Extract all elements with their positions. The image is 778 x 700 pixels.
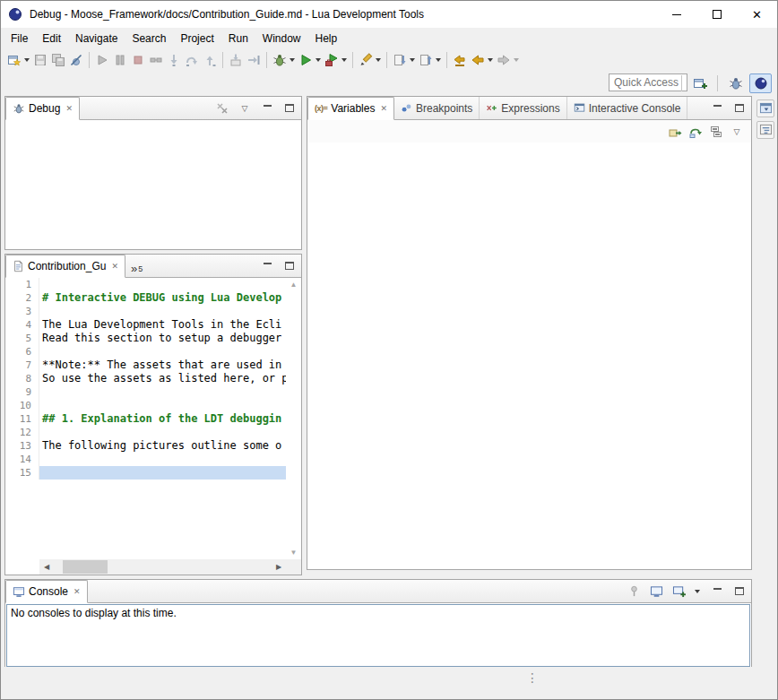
remove-all-terminated-button[interactable] [215,101,229,115]
editor-tab-overflow-button[interactable]: » 5 [125,264,148,277]
editor-line-11[interactable]: 11## 1. Explanation of the LDT debuggin [5,412,286,426]
tab-variables[interactable]: (x)= Variables ✕ [307,97,394,120]
variables-body[interactable] [307,143,751,569]
editor-line-7[interactable]: 7**Note:** The assets that are used in [5,359,286,372]
step-over-button[interactable] [183,50,201,70]
terminate-button[interactable] [129,50,147,70]
close-window-button[interactable]: ✕ [737,1,777,28]
maximize-view-button[interactable] [282,259,297,272]
open-console-button[interactable] [671,584,686,598]
step-into-button[interactable] [165,50,183,70]
console-content[interactable]: No consoles to display at this time. [6,604,750,667]
editor-line-6[interactable]: 6 [5,345,286,359]
previous-annotation-button[interactable] [417,50,435,70]
run-button[interactable] [297,50,315,70]
disconnect-button[interactable] [147,50,165,70]
highlighter-button[interactable] [357,50,375,70]
scroll-right-icon[interactable]: ▶ [272,563,286,571]
menu-help[interactable]: Help [308,30,345,48]
editor-line-15[interactable]: 15 [5,466,286,480]
tab-console[interactable]: Console ✕ [5,580,88,603]
menu-edit[interactable]: Edit [35,30,68,48]
skip-all-breakpoints-button[interactable] [67,50,85,70]
pin-console-button[interactable] [627,584,641,598]
maximize-window-button[interactable] [696,1,737,28]
minimize-view-button[interactable] [710,101,724,115]
step-return-button[interactable] [201,50,219,70]
minimize-view-button[interactable] [260,259,274,272]
new-dropdown[interactable] [24,58,30,62]
debug-button[interactable] [271,50,289,70]
scrollbar-thumb[interactable] [63,560,108,574]
next-annotation-button[interactable] [391,50,409,70]
forward-button[interactable] [495,50,513,70]
lua-perspective-button[interactable] [749,73,772,93]
open-perspective-button[interactable] [688,73,711,93]
run-dropdown[interactable] [316,58,321,62]
highlighter-dropdown[interactable] [376,58,381,62]
close-tab-icon[interactable]: ✕ [380,104,387,113]
menu-project[interactable]: Project [173,30,220,48]
show-type-names-button[interactable] [668,125,682,138]
editor-line-8[interactable]: 8So use the assets as listed here, or p [5,372,286,385]
menu-search[interactable]: Search [125,30,173,48]
editor-text-area[interactable]: 12# Interactive DEBUG using Lua Develop3… [5,278,286,559]
scrollbar-track[interactable] [54,559,272,575]
editor-line-12[interactable]: 12 [5,426,286,439]
tab-debug[interactable]: Debug ✕ [5,97,80,120]
tab-contribution-guide[interactable]: Contribution_Gu ✕ [5,255,125,278]
save-button[interactable] [31,50,49,70]
minimize-view-button[interactable] [710,584,724,598]
previous-annotation-dropdown[interactable] [436,58,441,62]
minimize-window-button[interactable] [656,1,696,28]
editor-line-4[interactable]: 4The Lua Development Tools in the Ecli [5,318,286,332]
menu-file[interactable]: File [4,30,35,48]
scroll-left-icon[interactable]: ◀ [39,563,54,571]
editor-line-3[interactable]: 3 [5,305,286,318]
editor-line-14[interactable]: 14 [5,453,286,466]
use-step-filters-button[interactable] [245,50,263,70]
resume-button[interactable] [93,50,111,70]
debug-view-body[interactable] [5,120,301,249]
new-button[interactable] [5,50,23,70]
quick-access-input[interactable] [609,73,687,91]
trim-stack-view-button-2[interactable] [756,121,774,139]
last-edit-location-button[interactable] [451,50,469,70]
tab-expressions[interactable]: Expressions [480,97,566,119]
editor-line-13[interactable]: 13The following pictures outline some o [5,439,286,453]
maximize-view-button[interactable] [732,584,747,598]
debug-dropdown[interactable] [290,58,295,62]
external-tools-dropdown[interactable] [341,58,347,62]
scroll-down-icon[interactable]: ▼ [290,549,298,557]
back-dropdown[interactable] [488,58,493,62]
show-logical-structure-button[interactable] [688,125,703,138]
editor-line-5[interactable]: 5Read this section to setup a debugger [5,332,286,345]
editor-horizontal-scrollbar[interactable]: ◀ ▶ [39,559,286,575]
tab-interactive-console[interactable]: Interactive Console [567,97,688,119]
back-button[interactable] [469,50,487,70]
forward-dropdown[interactable] [514,58,519,62]
editor-line-2[interactable]: 2# Interactive DEBUG using Lua Develop [5,291,286,305]
view-menu-button[interactable]: ▽ [238,101,252,115]
close-tab-icon[interactable]: ✕ [111,262,118,271]
external-tools-button[interactable] [323,50,341,70]
tab-breakpoints[interactable]: Breakpoints [394,97,480,119]
close-tab-icon[interactable]: ✕ [73,587,81,596]
debug-perspective-button[interactable] [724,73,747,93]
editor-line-10[interactable]: 10 [5,399,286,412]
view-menu-button[interactable]: ▽ [730,125,744,138]
menu-navigate[interactable]: Navigate [68,30,125,48]
trim-stack-view-button-1[interactable] [756,99,774,117]
next-annotation-dropdown[interactable] [410,58,415,62]
suspend-button[interactable] [111,50,129,70]
editor-vertical-scrollbar[interactable]: ▲ ▼ [286,278,301,559]
maximize-view-button[interactable] [732,101,747,115]
open-console-dropdown[interactable] [695,590,700,593]
minimize-view-button[interactable] [260,101,274,115]
editor-line-9[interactable]: 9 [5,385,286,399]
menu-run[interactable]: Run [221,30,255,48]
maximize-view-button[interactable] [282,101,297,115]
editor-line-1[interactable]: 1 [5,278,286,291]
save-all-button[interactable] [49,50,67,70]
collapse-all-button[interactable] [709,125,723,138]
